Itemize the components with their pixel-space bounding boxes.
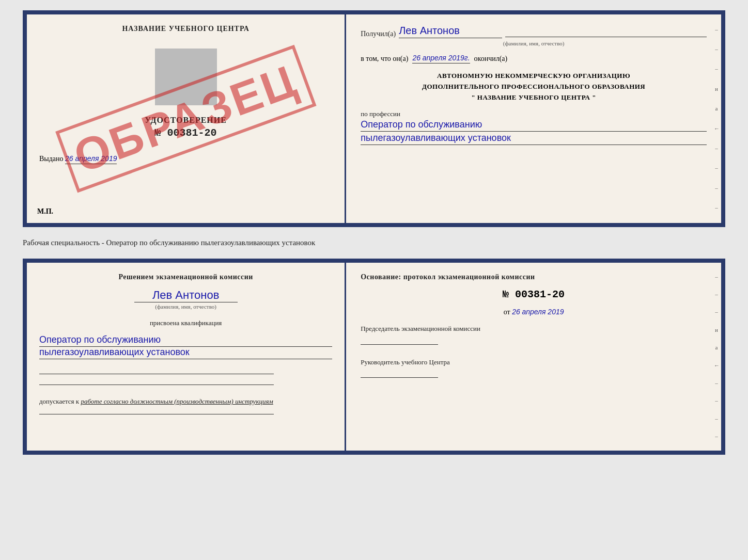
rukovoditel-signature-line	[361, 377, 438, 378]
document-wrapper: НАЗВАНИЕ УЧЕБНОГО ЦЕНТРА ОБРАЗЕЦ УДОСТОВ…	[23, 10, 725, 455]
predsedatel-block: Председатель экзаменационной комиссии	[361, 324, 707, 346]
vydano-line: Выдано 26 апреля 2019	[39, 154, 332, 163]
certificate-bottom: Решением экзаменационной комиссии Лев Ан…	[23, 259, 725, 455]
kval-line2: пылегазоулавливающих установок	[39, 347, 332, 359]
dopuskaetsya-label: допускается к	[39, 397, 79, 405]
mp-line: М.П.	[37, 207, 53, 216]
resheniye-text: Решением экзаменационной комиссии	[39, 273, 332, 281]
org-line2: ДОПОЛНИТЕЛЬНОГО ПРОФЕССИОНАЛЬНОГО ОБРАЗО…	[361, 82, 707, 92]
okonchil-label: окончил(а)	[474, 55, 508, 63]
fio-hint-top: (фамилия, имя, отчество)	[361, 40, 707, 46]
fio-sub-label: (фамилия, имя, отчество)	[134, 302, 238, 310]
cert-right: Получил(а) Лев Антонов (фамилия, имя, от…	[346, 14, 721, 223]
bottom-right-side-decoration: – – – и а ← – – – –	[712, 263, 721, 451]
dopuskaetsya-text: допускается к работе согласно должностны…	[39, 397, 332, 406]
recipient-name: Лев Антонов	[399, 25, 502, 38]
vydano-date: 26 апреля 2019	[65, 154, 117, 164]
cert-bottom-left: Решением экзаменационной комиссии Лев Ан…	[27, 263, 346, 451]
profession-line1: Оператор по обслуживанию	[361, 119, 707, 132]
po-professii-label: по профессии	[361, 110, 707, 118]
vtom-row: в том, что он(а) 26 апреля 2019г. окончи…	[361, 54, 707, 63]
rukovoditel-block: Руководитель учебного Центра	[361, 357, 707, 379]
cert-left: НАЗВАНИЕ УЧЕБНОГО ЦЕНТРА ОБРАЗЕЦ УДОСТОВ…	[27, 14, 346, 223]
profession-line2: пылегазоулавливающих установок	[361, 133, 707, 145]
blank-line-1	[39, 374, 274, 374]
blank-line-2	[39, 385, 274, 385]
middle-text: Рабочая специальность - Оператор по обсл…	[23, 235, 725, 250]
cert-bottom-right: Основание: протокол экзаменационной коми…	[346, 263, 721, 451]
org-line3: " НАЗВАНИЕ УЧЕБНОГО ЦЕНТРА "	[361, 92, 707, 103]
dash-line	[505, 37, 707, 37]
cert-number: № 00381-20	[145, 127, 227, 139]
udostoverenie-block: УДОСТОВЕРЕНИЕ № 00381-20	[145, 116, 227, 139]
vydano-label: Выдано	[39, 155, 64, 163]
cert-title-top: НАЗВАНИЕ УЧЕБНОГО ЦЕНТРА	[122, 25, 249, 33]
predsedatel-title: Председатель экзаменационной комиссии	[361, 324, 707, 334]
ot-date-value: 26 апреля 2019	[512, 308, 564, 316]
protocol-number: № 00381-20	[361, 289, 707, 300]
udostoverenie-label: УДОСТОВЕРЕНИЕ	[145, 116, 227, 125]
rukovoditel-title: Руководитель учебного Центра	[361, 357, 707, 367]
org-line1: АВТОНОМНУЮ НЕКОММЕРЧЕСКУЮ ОРГАНИЗАЦИЮ	[361, 71, 707, 82]
po-professii-block: по профессии Оператор по обслуживанию пы…	[361, 110, 707, 145]
ot-label: от	[504, 308, 510, 316]
certificate-top: НАЗВАНИЕ УЧЕБНОГО ЦЕНТРА ОБРАЗЕЦ УДОСТОВ…	[23, 10, 725, 227]
bottom-name: Лев Антонов	[39, 289, 332, 302]
kval-line1: Оператор по обслуживанию	[39, 334, 332, 347]
prisvoena-text: присвоена квалификация	[39, 319, 332, 327]
photo-placeholder	[155, 49, 217, 105]
right-side-decoration: – – – и а ← – – – –	[712, 14, 721, 223]
vtom-label: в том, что он(а)	[361, 55, 408, 63]
vtom-date: 26 апреля 2019г.	[412, 54, 470, 63]
org-block: АВТОНОМНУЮ НЕКОММЕРЧЕСКУЮ ОРГАНИЗАЦИЮ ДО…	[361, 71, 707, 103]
osnovaniye-text: Основание: протокол экзаменационной коми…	[361, 273, 707, 281]
blank-line-3	[39, 414, 274, 414]
poluchil-row: Получил(а) Лев Антонов	[361, 25, 707, 38]
ot-date: от 26 апреля 2019	[361, 308, 707, 316]
dopusk-work: работе согласно должностным (производств…	[81, 397, 273, 405]
poluchil-label: Получил(а)	[361, 30, 396, 38]
kval-block: Оператор по обслуживанию пылегазоулавлив…	[39, 334, 332, 359]
predsedatel-signature-line	[361, 344, 438, 345]
